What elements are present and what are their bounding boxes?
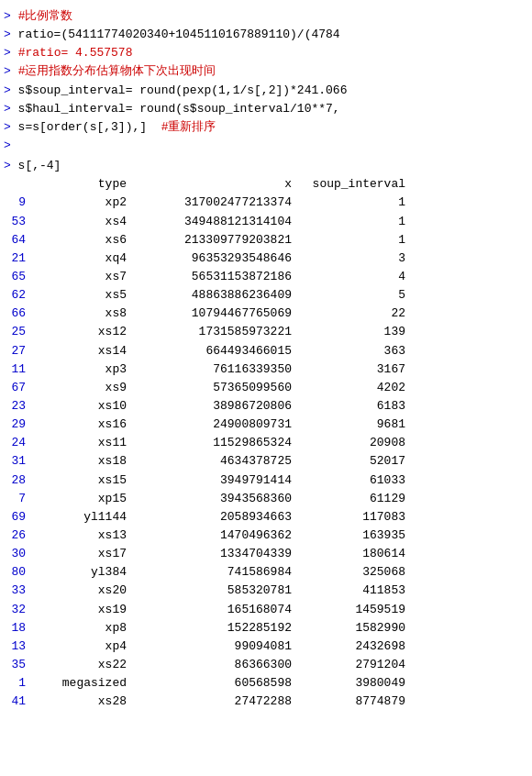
cell-soup-interval: 4202 [295,379,405,397]
cell-x: 24900809731 [130,416,295,434]
console-output: > #比例常数 > ratio=(54111774020340+10451101… [0,0,532,718]
cell-soup-interval: 52017 [295,452,405,471]
cell-idx: 69 [4,508,29,527]
cell-type: xp3 [29,360,130,379]
cell-x: 585320781 [130,582,295,600]
cell-idx: 80 [4,563,29,582]
cell-idx: 18 [4,619,29,637]
cell-soup-interval: 1 [295,194,405,212]
table-row: 32xs191651680741459519 [4,601,528,619]
table-row: 26xs131470496362163935 [4,527,528,545]
cell-soup-interval: 411853 [295,582,405,600]
cell-idx: 1 [4,674,29,693]
cell-type: xs4 [29,213,130,231]
header-idx [4,175,29,194]
table-row: 30xs171334704339180614 [4,545,528,563]
table-row: 64xs62133097792038211 [4,231,528,249]
header-x: x [130,175,295,194]
line-code-haul: > s$haul_interval= round(s$soup_interval… [4,100,528,118]
cell-x: 10794467765069 [130,305,295,323]
cell-x: 152285192 [130,619,295,637]
cell-x: 11529865324 [130,434,295,452]
table-row: 28xs15394979141461033 [4,471,528,490]
cell-type: xs22 [29,656,130,674]
cell-type: yl384 [29,563,130,582]
cell-soup-interval: 1 [295,213,405,231]
cell-type: xs11 [29,434,130,452]
table-row: 13xp4990940812432698 [4,637,528,656]
table-row: 23xs10389867208066183 [4,397,528,416]
cell-type: xs14 [29,342,130,360]
cell-x: 96353293548646 [130,249,295,268]
cell-soup-interval: 3980049 [295,674,405,693]
cell-soup-interval: 22 [295,305,405,323]
cell-soup-interval: 5 [295,286,405,305]
table-header: type x soup_interval [4,175,528,194]
cell-x: 99094081 [130,637,295,656]
cell-idx: 31 [4,452,29,471]
cell-soup-interval: 1459519 [295,601,405,619]
table-row: 31xs18463437872552017 [4,452,528,471]
cell-soup-interval: 6183 [295,397,405,416]
cell-idx: 66 [4,305,29,323]
cell-soup-interval: 163935 [295,527,405,545]
table-row: 21xq4963532935486463 [4,249,528,268]
cell-type: xs13 [29,527,130,545]
cell-x: 317002477213374 [130,194,295,212]
cell-type: xs16 [29,416,130,434]
cell-x: 349488121314104 [130,213,295,231]
cell-idx: 25 [4,323,29,341]
cell-idx: 9 [4,194,29,212]
cell-soup-interval: 3 [295,249,405,268]
cell-soup-interval: 3167 [295,360,405,379]
table-row: 9xp23170024772133741 [4,194,528,212]
table-row: 41xs28274722888774879 [4,693,528,711]
line-code-order: > s=s[order(s[,3]),] #重新排序 [4,118,528,137]
table-row: 1megasized605685983980049 [4,674,528,693]
table-row: 69yl11442058934663117083 [4,508,528,527]
cell-x: 1731585973221 [130,323,295,341]
table-row: 7xp15394356836061129 [4,490,528,508]
cell-idx: 13 [4,637,29,656]
cell-idx: 21 [4,249,29,268]
cell-type: xs17 [29,545,130,563]
cell-x: 3943568360 [130,490,295,508]
cell-soup-interval: 2432698 [295,637,405,656]
line-comment-1: > #比例常数 [4,7,528,26]
cell-soup-interval: 325068 [295,563,405,582]
cell-soup-interval: 1 [295,231,405,249]
cell-type: megasized [29,674,130,693]
cell-x: 27472288 [130,693,295,711]
table-row: 18xp81522851921582990 [4,619,528,637]
cell-idx: 28 [4,471,29,490]
cell-type: xp2 [29,194,130,212]
cell-x: 4634378725 [130,452,295,471]
table-row: 33xs20585320781411853 [4,582,528,600]
line-comment-ratio-val: > #ratio= 4.557578 [4,44,528,62]
cell-type: yl1144 [29,508,130,527]
cell-type: xq4 [29,249,130,268]
cell-soup-interval: 9681 [295,416,405,434]
cell-idx: 65 [4,268,29,286]
cell-type: xp4 [29,637,130,656]
cell-x: 56531153872186 [130,268,295,286]
line-empty: > [4,137,528,155]
cell-soup-interval: 61129 [295,490,405,508]
cell-x: 76116339350 [130,360,295,379]
table-row: 29xs16249008097319681 [4,416,528,434]
cell-type: xs9 [29,379,130,397]
cell-soup-interval: 4 [295,268,405,286]
cell-soup-interval: 2791204 [295,656,405,674]
cell-type: xs12 [29,323,130,341]
cell-soup-interval: 117083 [295,508,405,527]
table-command: > s[,-4] [4,157,528,175]
cell-soup-interval: 61033 [295,471,405,490]
table-row: 66xs81079446776506922 [4,305,528,323]
table-body: 9xp2317002477213374153xs4349488121314104… [4,194,528,711]
cell-soup-interval: 139 [295,323,405,341]
line-code-ratio: > ratio=(54111774020340+1045110167889110… [4,26,528,44]
cell-type: xs7 [29,268,130,286]
table-section: > s[,-4] type x soup_interval 9xp2317002… [4,157,528,711]
cell-idx: 32 [4,601,29,619]
cell-idx: 67 [4,379,29,397]
